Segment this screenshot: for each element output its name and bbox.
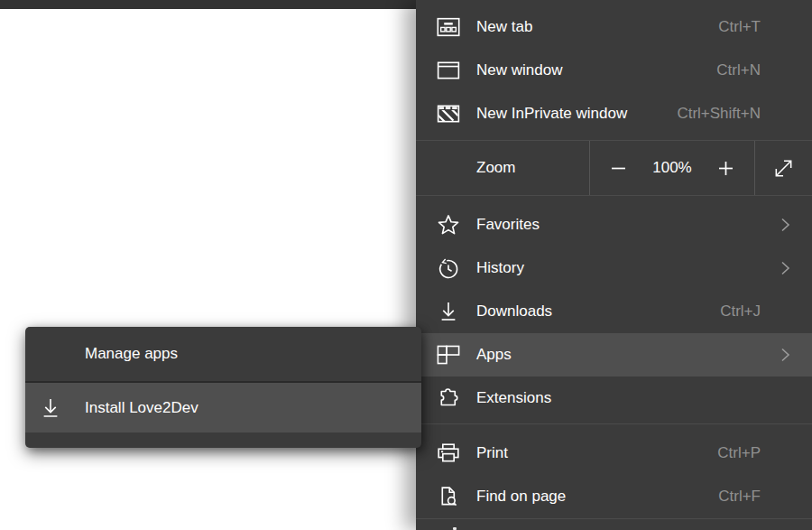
menu-item-label: Downloads <box>476 302 552 321</box>
menu-item-label: Find on page <box>476 488 566 506</box>
menu-item-shortcut: Ctrl+J <box>720 302 761 321</box>
separator <box>416 518 812 519</box>
menu-item-label: History <box>476 259 524 277</box>
downloads-icon <box>437 300 460 323</box>
history-icon <box>437 256 460 280</box>
chevron-right-icon <box>778 260 792 276</box>
menu-item-extensions[interactable]: Extensions <box>416 377 812 420</box>
menu-item-print[interactable]: PrintCtrl+P <box>416 432 812 475</box>
zoom-out-button[interactable] <box>609 159 627 177</box>
chevron-right-icon <box>778 217 792 233</box>
new-tab-icon <box>437 15 460 39</box>
menu-item-label: Manage apps <box>85 345 178 363</box>
menu-item-shortcut: Ctrl+Shift+N <box>677 105 761 123</box>
settings-menu: New tabCtrl+TNew windowCtrl+NNew InPriva… <box>416 0 812 530</box>
apps-submenu: Manage appsInstall Love2Dev <box>25 327 421 448</box>
menu-item-manage-apps[interactable]: Manage apps <box>25 327 421 381</box>
new-inprivate-window-icon <box>437 102 460 126</box>
menu-item-label: Apps <box>476 346 512 364</box>
menu-item-shortcut: Ctrl+N <box>716 61 761 79</box>
fullscreen-cell <box>755 141 812 195</box>
menu-item-history[interactable]: History <box>416 246 812 290</box>
extensions-icon <box>437 386 460 410</box>
zoom-controls: 100% <box>590 141 754 195</box>
menu-item-shortcut: Ctrl+F <box>718 488 761 506</box>
menu-item-label: New InPrivate window <box>476 105 627 123</box>
menu-item-new-window[interactable]: New windowCtrl+N <box>416 49 812 92</box>
zoom-row: Zoom100% <box>416 141 812 195</box>
menu-item-new-tab[interactable]: New tabCtrl+T <box>416 5 812 49</box>
print-icon <box>437 442 460 465</box>
zoom-value: 100% <box>652 159 691 177</box>
menu-item-label: Extensions <box>476 389 551 407</box>
menu-item-label: New tab <box>476 18 532 36</box>
menu-item-label: Install Love2Dev <box>85 399 198 417</box>
zoom-label-cell: Zoom <box>416 141 589 195</box>
install-icon <box>39 396 62 420</box>
screen: New tabCtrl+TNew windowCtrl+NNew InPriva… <box>0 0 812 530</box>
menu-item-shortcut: Ctrl+P <box>717 444 761 462</box>
zoom-in-button[interactable] <box>717 159 735 177</box>
menu-item-label: Favorites <box>476 216 540 234</box>
chevron-right-icon <box>778 347 792 363</box>
menu-item-downloads[interactable]: DownloadsCtrl+J <box>416 290 812 333</box>
menu-item-new-inprivate-window[interactable]: New InPrivate windowCtrl+Shift+N <box>416 92 812 135</box>
fullscreen-button[interactable] <box>772 157 795 180</box>
menu-item-shortcut: Ctrl+T <box>718 18 761 36</box>
zoom-label: Zoom <box>476 159 515 177</box>
menu-item-label: Print <box>476 444 508 462</box>
menu-item-label: New window <box>476 61 562 79</box>
menu-item-apps[interactable]: Apps <box>416 333 812 377</box>
menu-item-find-on-page[interactable]: Find on pageCtrl+F <box>416 475 812 518</box>
menu-item-install-love2dev[interactable]: Install Love2Dev <box>25 383 421 432</box>
menu-item-favorites[interactable]: Favorites <box>416 203 812 246</box>
new-window-icon <box>437 59 460 82</box>
apps-icon <box>437 343 460 367</box>
favorites-icon <box>437 213 460 237</box>
find-on-page-icon <box>437 485 460 508</box>
